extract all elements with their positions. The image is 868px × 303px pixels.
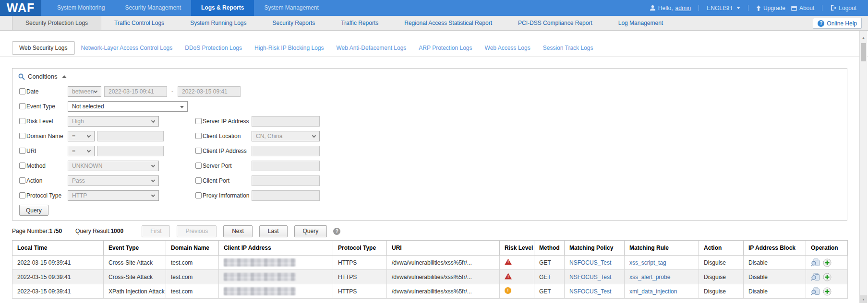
matching-rule-link[interactable]: xml_data_injection: [629, 288, 677, 295]
method-select[interactable]: UNKNOWN: [68, 161, 159, 171]
proxy-information-input[interactable]: [252, 190, 320, 201]
conditions-query-button[interactable]: Query: [19, 205, 48, 216]
client-location-select[interactable]: CN, China: [252, 131, 320, 141]
tab-web-security-logs[interactable]: Web Security Logs: [12, 41, 75, 55]
domain-name-checkbox[interactable]: [19, 133, 25, 139]
cell-ip-address-block: Disable: [744, 284, 806, 299]
uri-operator-select[interactable]: =: [68, 146, 95, 156]
event-type-select[interactable]: Not selected: [68, 101, 188, 112]
scroll-up-arrow[interactable]: ▲: [860, 34, 867, 41]
username-link[interactable]: admin: [675, 5, 691, 12]
logout-icon: [830, 5, 836, 11]
uri-checkbox[interactable]: [19, 148, 25, 154]
matching-policy-link[interactable]: NSFOCUS_Test: [569, 274, 611, 280]
subtab-security-reports[interactable]: Security Reports: [260, 16, 328, 30]
risk-level-checkbox[interactable]: [19, 118, 25, 124]
add-to-block-button[interactable]: [823, 273, 832, 281]
date-checkbox[interactable]: [19, 88, 25, 94]
view-log-detail-button[interactable]: [811, 273, 820, 281]
server-port-checkbox[interactable]: [195, 163, 202, 169]
previous-page-button[interactable]: Previous: [177, 225, 217, 237]
subtab-security-protection-logs[interactable]: Security Protection Logs: [12, 16, 101, 30]
cell-protocol-type: HTTPS: [333, 284, 387, 299]
client-port-input[interactable]: [252, 175, 320, 186]
col-local-time: Local Time: [12, 241, 104, 256]
online-help-label: Online Help: [827, 20, 857, 27]
filter-row-date: Date between 2022-03-15 09:41 - 2022-03-…: [19, 84, 241, 99]
tab-web-anti-defacement-logs[interactable]: Web Anti-Defacement Logs: [330, 42, 413, 54]
menu-security-management[interactable]: Security Management: [115, 0, 191, 16]
domain-name-input[interactable]: [97, 131, 164, 141]
collapse-icon[interactable]: [62, 75, 67, 78]
logout-link[interactable]: Logout: [830, 5, 856, 12]
protocol-type-select[interactable]: HTTP: [68, 190, 159, 201]
help-icon[interactable]: ?: [333, 228, 340, 235]
cell-domain-name: test.com: [166, 256, 219, 270]
scrollbar-thumb[interactable]: [861, 43, 866, 61]
subtab-system-running-logs[interactable]: System Running Logs: [177, 16, 259, 30]
upgrade-link[interactable]: Upgrade: [756, 5, 785, 12]
view-log-detail-button[interactable]: [811, 258, 820, 267]
cell-action: Disguise: [699, 284, 744, 299]
menu-system-monitoring[interactable]: System Monitoring: [47, 0, 115, 16]
subtab-regional-access-statistical-report[interactable]: Regional Access Statistical Report: [391, 16, 505, 30]
action-checkbox[interactable]: [19, 177, 25, 184]
event-type-checkbox[interactable]: [19, 103, 25, 109]
action-select[interactable]: Pass: [68, 175, 159, 186]
subtab-traffic-control-logs[interactable]: Traffic Control Logs: [101, 16, 177, 30]
server-ip-input[interactable]: [252, 116, 320, 127]
next-page-button[interactable]: Next: [223, 225, 253, 237]
client-location-checkbox[interactable]: [195, 133, 202, 139]
matching-rule-link[interactable]: xss_alert_probe: [629, 274, 670, 280]
tab-session-track-logs[interactable]: Session Track Logs: [537, 42, 600, 54]
date-to-input[interactable]: 2022-03-15 09:41: [178, 86, 241, 97]
client-port-checkbox[interactable]: [195, 177, 202, 184]
tab-ddos-protection-logs[interactable]: DDoS Protection Logs: [179, 42, 248, 54]
add-to-block-button[interactable]: [823, 258, 832, 267]
pagination-query-button[interactable]: Query: [294, 225, 327, 237]
method-checkbox[interactable]: [19, 163, 25, 169]
matching-rule-link[interactable]: xss_script_tag: [629, 259, 666, 266]
protocol-type-checkbox[interactable]: [19, 192, 25, 198]
scroll-down-arrow[interactable]: ▼: [860, 295, 867, 303]
log-row: 2022-03-15 09:39:41 XPath Injection Atta…: [12, 284, 848, 299]
cell-event-type: XPath Injection Attack: [104, 284, 166, 299]
subtab-log-management[interactable]: Log Management: [605, 16, 676, 30]
date-operator-select[interactable]: between: [68, 86, 101, 97]
first-page-button[interactable]: First: [142, 225, 170, 237]
menu-logs-reports[interactable]: Logs & Reports: [191, 0, 254, 16]
domain-name-operator-value: =: [72, 133, 75, 140]
risk-level-select[interactable]: High: [68, 116, 159, 127]
cell-ip-address-block: Disable: [744, 270, 806, 284]
matching-policy-link[interactable]: NSFOCUS_Test: [569, 259, 611, 266]
risk-level-label: Risk Level: [26, 118, 68, 125]
tab-high-risk-ip-blocking-logs[interactable]: High-Risk IP Blocking Logs: [248, 42, 330, 54]
about-link[interactable]: About: [791, 5, 814, 12]
subtab-traffic-reports[interactable]: Traffic Reports: [328, 16, 391, 30]
proxy-information-checkbox[interactable]: [195, 192, 202, 198]
tab-web-access-logs[interactable]: Web Access Logs: [479, 42, 537, 54]
vertical-scrollbar[interactable]: ▲ ▼: [859, 31, 867, 303]
last-page-button[interactable]: Last: [259, 225, 288, 237]
view-log-detail-button[interactable]: [811, 287, 820, 296]
chevron-down-icon: [94, 89, 97, 93]
cell-uri: /dvwa/vulnerabilities/xss%5fr/...: [387, 256, 500, 270]
cell-matching-policy: NSFOCUS_Test: [565, 270, 625, 284]
language-selector[interactable]: ENGLISH: [707, 5, 740, 12]
client-ip-input[interactable]: [252, 146, 320, 156]
client-ip-checkbox[interactable]: [195, 148, 202, 154]
cell-matching-policy: NSFOCUS_Test: [565, 256, 625, 270]
tab-arp-protection-logs[interactable]: ARP Protection Logs: [412, 42, 478, 54]
server-port-input[interactable]: [252, 161, 320, 171]
menu-system-management[interactable]: System Management: [254, 0, 328, 16]
server-ip-checkbox[interactable]: [195, 118, 202, 124]
matching-policy-link[interactable]: NSFOCUS_Test: [569, 288, 611, 295]
online-help-button[interactable]: ? Online Help: [813, 18, 862, 29]
domain-name-operator-select[interactable]: =: [68, 131, 95, 141]
tab-network-layer-access-control-logs[interactable]: Network-Layer Access Control Logs: [75, 42, 179, 54]
date-from-input[interactable]: 2022-03-15 09:41: [104, 86, 167, 97]
uri-input[interactable]: [97, 146, 164, 156]
subtab-pci-dss-compliance-report[interactable]: PCI-DSS Compliance Report: [505, 16, 605, 30]
add-to-block-button[interactable]: [823, 287, 832, 296]
user-greeting: Hello,admin: [650, 5, 691, 12]
